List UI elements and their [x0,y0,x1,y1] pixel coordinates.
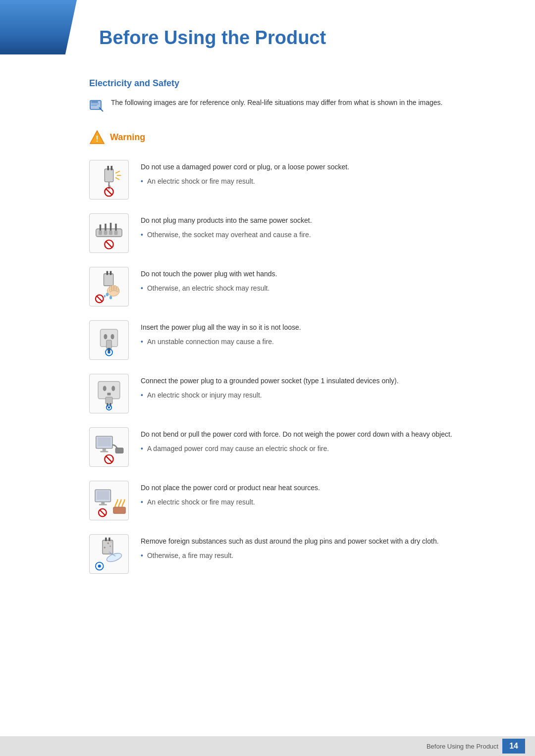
page-header: Before Using the Product [0,0,535,58]
warning-item-8: Remove foreign substances such as dust a… [89,534,505,574]
warning-content-2: Do not plug many products into the same … [141,213,505,240]
svg-rect-19 [104,231,107,235]
warning-content-1: Do not use a damaged power cord or plug,… [141,160,505,187]
bullet-4: • [141,337,143,347]
warning-sub-text-3: Otherwise, an electric shock may result. [147,283,269,294]
bullet-2: • [141,230,143,240]
svg-rect-34 [114,285,116,291]
page-content: Electricity and Safety The following ima… [0,58,535,617]
svg-line-71 [100,510,106,515]
warning-content-6: Do not bend or pull the power cord with … [141,427,505,454]
svg-rect-7 [105,169,113,182]
bullet-5: • [141,390,143,401]
svg-rect-35 [116,287,118,292]
svg-line-40 [97,296,103,302]
warning-content-4: Insert the power plug all the way in so … [141,320,505,347]
svg-rect-74 [108,538,110,541]
svg-rect-21 [114,231,118,235]
header-accent-bar [0,0,77,54]
bullet-3: • [141,283,143,294]
svg-rect-49 [98,382,120,399]
bullet-1: • [141,176,143,187]
warning-item-3: Do not touch the power plug with wet han… [89,267,505,306]
svg-rect-20 [109,231,112,235]
warning-heading: ! Warning [89,129,505,145]
warning-content-7: Do not place the power cord or product n… [141,481,505,507]
warning-main-text-7: Do not place the power cord or product n… [141,483,505,493]
warning-image-1 [89,160,129,200]
warning-content-5: Connect the power plug to a grounded pow… [141,374,505,401]
warning-item-2: Do not plug many products into the same … [89,213,505,253]
warning-sub-text-8: Otherwise, a fire may result. [147,551,233,561]
svg-rect-73 [105,538,107,541]
warning-image-8 [89,534,129,574]
svg-rect-32 [110,286,112,292]
warning-sub-text-4: An unstable connection may cause a fire. [147,337,274,347]
svg-line-14 [115,178,119,180]
warning-image-5 [89,374,129,413]
svg-rect-29 [107,271,108,275]
svg-point-36 [106,293,108,296]
warning-main-text-5: Connect the power plug to a grounded pow… [141,376,505,386]
warning-image-4 [89,320,129,360]
page: Before Using the Product Electricity and… [0,0,535,756]
svg-line-16 [106,189,112,195]
warning-sub-text-7: An electric shock or fire may result. [147,497,255,507]
svg-point-37 [109,296,112,299]
svg-rect-28 [104,274,113,286]
svg-rect-22 [100,225,102,231]
svg-rect-24 [110,223,112,231]
warning-sub-text-1: An electric shock or fire may result. [147,176,255,187]
note-text: The following images are for reference o… [111,98,442,108]
svg-point-43 [111,334,114,340]
svg-point-42 [104,334,107,340]
warning-items-list: Do not use a damaged power cord or plug,… [89,160,505,574]
svg-rect-3 [91,105,97,106]
svg-rect-60 [103,449,106,451]
svg-rect-59 [98,438,110,447]
warning-sub-text-5: An electric shock or injury may result. [147,390,262,401]
svg-line-12 [115,171,120,173]
bullet-6: • [141,444,143,454]
warning-sub-4: • An unstable connection may cause a fir… [141,337,505,347]
warning-sub-6: • A damaged power cord may cause an elec… [141,444,505,454]
warning-main-text-4: Insert the power plug all the way in so … [141,322,505,333]
svg-rect-66 [97,491,109,500]
svg-point-78 [111,542,112,543]
svg-rect-23 [105,224,107,231]
warning-label: Warning [110,132,145,143]
svg-rect-25 [115,224,117,231]
svg-text:!: ! [96,135,98,143]
svg-rect-33 [112,285,114,291]
warning-sub-2: • Otherwise, the socket may overheat and… [141,230,505,240]
svg-rect-61 [101,451,108,453]
svg-point-75 [107,542,109,544]
bullet-8: • [141,551,143,561]
warning-main-text-1: Do not use a damaged power cord or plug,… [141,162,505,172]
warning-item: Do not use a damaged power cord or plug,… [89,160,505,200]
svg-rect-53 [106,397,112,404]
svg-point-82 [98,564,101,567]
svg-line-64 [106,456,112,462]
note-box: The following images are for reference o… [89,98,505,114]
warning-item-7: Do not place the power cord or product n… [89,481,505,520]
warning-triangle-icon: ! [89,129,105,145]
warning-sub-text-2: Otherwise, the socket may overheat and c… [147,230,311,240]
svg-rect-1 [91,101,98,102]
svg-point-57 [108,406,110,408]
footer-page-number: 14 [502,739,525,754]
page-title: Before Using the Product [89,15,505,49]
warning-main-text-8: Remove foreign substances such as dust a… [141,536,505,547]
note-icon [89,99,105,114]
svg-rect-9 [111,166,113,170]
svg-point-50 [103,386,107,391]
warning-sub-5: • An electric shock or injury may result… [141,390,505,401]
warning-image-2 [89,213,129,253]
svg-rect-52 [107,393,111,395]
svg-rect-18 [99,231,102,235]
warning-main-text-6: Do not bend or pull the power cord with … [141,429,505,440]
svg-rect-67 [101,502,105,504]
svg-point-51 [111,386,115,391]
warning-item-5: Connect the power plug to a grounded pow… [89,374,505,413]
warning-image-7 [89,481,129,520]
